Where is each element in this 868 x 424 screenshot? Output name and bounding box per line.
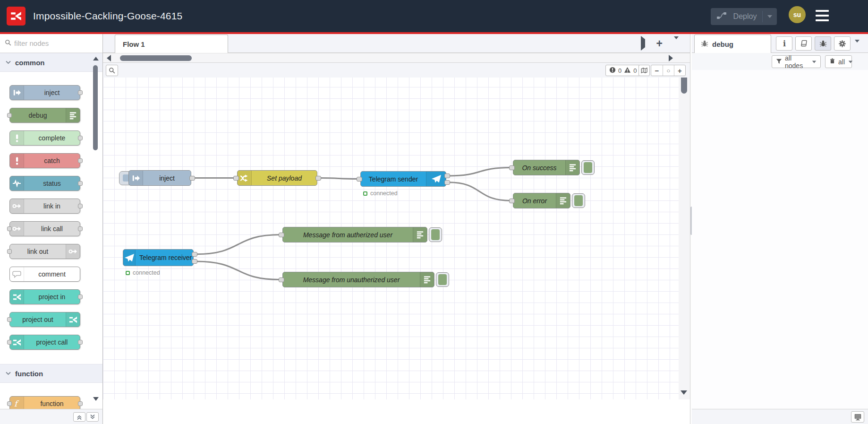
output-port[interactable] <box>78 90 83 95</box>
canvas-scroll-left-icon[interactable] <box>107 55 111 61</box>
output-port-0[interactable] <box>192 252 197 257</box>
input-port[interactable] <box>7 340 12 345</box>
canvas-node-inject[interactable]: inject <box>128 170 191 186</box>
add-flow-button[interactable]: + <box>656 39 663 48</box>
canvas-hscroll-thumb[interactable] <box>120 55 192 61</box>
input-port[interactable] <box>7 317 12 322</box>
debug-toggle-button[interactable] <box>581 160 595 175</box>
palette-expand-all-button[interactable] <box>86 412 99 422</box>
canvas-scroll-down-icon[interactable] <box>681 390 687 395</box>
palette-node-comment[interactable]: comment <box>9 267 80 282</box>
debug-clear-dropdown[interactable]: all <box>825 55 852 68</box>
tab-flow-1[interactable]: Flow 1 <box>115 35 228 53</box>
debug-toggle-button[interactable] <box>436 272 449 287</box>
input-port[interactable] <box>279 233 284 237</box>
flowfuse-logo-icon[interactable] <box>7 7 26 26</box>
palette-scroll-up-icon[interactable] <box>93 57 99 61</box>
canvas-node-telegram-sender[interactable]: Telegram sender <box>360 171 446 187</box>
canvas-scroll-right-icon[interactable] <box>669 55 673 61</box>
user-avatar[interactable]: su <box>789 6 806 23</box>
tab-info-button[interactable]: i <box>776 36 792 51</box>
output-port-0[interactable] <box>189 176 195 181</box>
open-debug-window-button[interactable] <box>851 411 864 423</box>
output-port[interactable] <box>78 136 83 140</box>
wire-telegram-receiver-to-msg-unauth[interactable] <box>196 261 280 280</box>
input-port[interactable] <box>7 401 12 406</box>
flow-list-caret[interactable] <box>674 39 679 48</box>
canvas-node-msg-auth[interactable]: Message from autherized user <box>282 227 427 242</box>
wire-set-payload-to-telegram-sender[interactable] <box>320 178 358 179</box>
canvas-node-set-payload[interactable]: Set payload <box>237 170 317 186</box>
navigator-map-button[interactable] <box>638 65 650 76</box>
palette-node-status[interactable]: status <box>9 176 80 191</box>
debug-filter-dropdown[interactable]: all nodes <box>772 55 821 68</box>
svg-text:f: f <box>14 399 19 408</box>
flow-canvas[interactable]: injectSet payloadTelegram senderconnecte… <box>103 53 690 399</box>
palette-node-debug[interactable]: debug <box>9 108 80 123</box>
input-port[interactable] <box>233 176 239 181</box>
palette-node-project-in[interactable]: project in <box>9 289 80 304</box>
palette-node-complete[interactable]: complete <box>9 130 80 146</box>
deploy-button[interactable]: Deploy <box>711 8 777 25</box>
wire-telegram-sender-to-on-error[interactable] <box>449 182 511 201</box>
tab-help-button[interactable] <box>795 36 812 51</box>
palette-node-link-call[interactable]: link call <box>9 221 80 236</box>
canvas-node-msg-unauth[interactable]: Message from unautherized user <box>282 272 434 287</box>
output-port[interactable] <box>78 204 83 208</box>
output-port-1[interactable] <box>444 180 450 185</box>
sidebar-tabs-caret[interactable] <box>855 43 859 51</box>
debug-toggle-button[interactable] <box>429 227 442 242</box>
zoom-in-button[interactable]: + <box>674 65 685 76</box>
palette-filter-input[interactable] <box>14 39 85 47</box>
palette-node-link-in[interactable]: link in <box>9 199 80 214</box>
palette-category-function[interactable]: function <box>0 364 102 383</box>
input-port[interactable] <box>357 177 362 182</box>
canvas-node-on-error[interactable]: On error <box>513 193 570 208</box>
input-port[interactable] <box>509 199 515 203</box>
zoom-out-button[interactable]: − <box>651 65 663 76</box>
palette-node-project-out[interactable]: project out <box>9 312 80 327</box>
output-port-0[interactable] <box>315 176 321 181</box>
tab-debug-button[interactable] <box>815 36 831 51</box>
canvas-search-button[interactable] <box>106 65 118 76</box>
palette-category-common[interactable]: common <box>0 53 102 72</box>
input-port[interactable] <box>509 165 515 170</box>
palette-collapse-all-button[interactable] <box>73 412 85 422</box>
palette-node-inject[interactable]: inject <box>9 85 80 100</box>
wire-telegram-receiver-to-msg-auth[interactable] <box>196 235 280 254</box>
canvas-horizontal-scrollbar <box>103 53 690 62</box>
deploy-icon <box>716 11 727 22</box>
output-port[interactable] <box>78 181 83 186</box>
palette-node-project-call[interactable]: project call <box>9 335 80 350</box>
main-menu-button[interactable] <box>816 10 829 21</box>
notification-counts[interactable]: 0 0 <box>605 65 640 76</box>
debug-toggle-button[interactable] <box>572 193 585 208</box>
palette-scroll-down-icon[interactable] <box>93 397 99 401</box>
tab-debug[interactable]: debug <box>694 35 771 53</box>
deploy-options-caret[interactable] <box>763 15 777 18</box>
tab-config-button[interactable] <box>834 36 851 51</box>
canvas-node-on-success[interactable]: On success <box>513 160 580 175</box>
palette-node-link-out[interactable]: link out <box>9 244 80 259</box>
input-port[interactable] <box>7 226 12 231</box>
exclam-icon <box>10 154 24 168</box>
input-port[interactable] <box>279 277 284 282</box>
output-port[interactable] <box>78 158 83 163</box>
palette-node-catch[interactable]: catch <box>9 153 80 168</box>
status-dot-icon <box>363 191 367 196</box>
input-port[interactable] <box>7 249 12 254</box>
output-port[interactable] <box>78 294 83 299</box>
output-port[interactable] <box>78 226 83 231</box>
palette-scrollbar-thumb[interactable] <box>93 65 98 150</box>
output-port[interactable] <box>78 340 83 345</box>
palette: commoninjectdebugcompletecatchstatuslink… <box>0 34 103 424</box>
output-port-0[interactable] <box>444 173 450 178</box>
input-port[interactable] <box>7 113 12 118</box>
palette-node-function[interactable]: ffunction <box>9 396 80 409</box>
output-port[interactable] <box>78 401 83 406</box>
canvas-node-telegram-receiver[interactable]: Telegram receiver <box>123 249 194 266</box>
next-tab-icon[interactable] <box>641 39 645 48</box>
wire-telegram-sender-to-on-success[interactable] <box>449 168 511 176</box>
output-port-1[interactable] <box>192 259 197 264</box>
zoom-reset-button[interactable]: ○ <box>663 65 674 76</box>
